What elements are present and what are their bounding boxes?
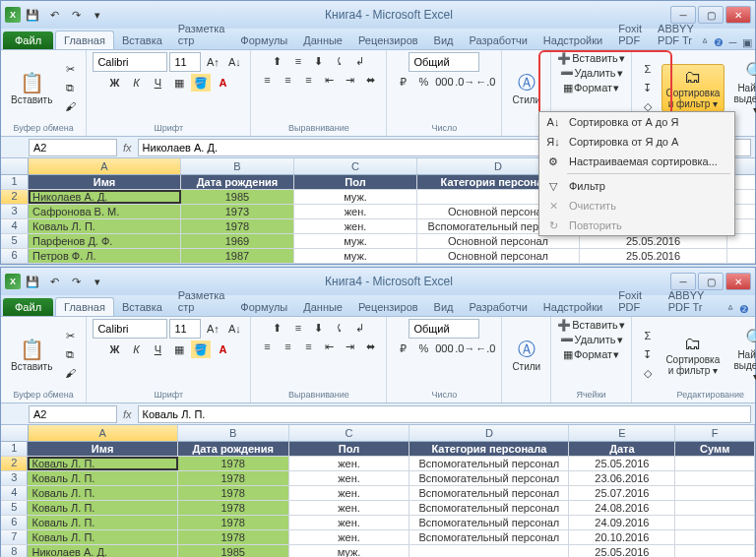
delete-cells-button[interactable]: ➖Удалить ▾ (560, 67, 623, 80)
align-middle-button[interactable]: ≡ (288, 52, 308, 70)
underline-button[interactable]: Ч (148, 74, 167, 92)
doc-restore-icon[interactable]: ▣ (742, 36, 752, 49)
cell[interactable]: 1985 (181, 190, 294, 204)
wrap-text-button[interactable]: ↲ (350, 319, 370, 337)
cell[interactable] (675, 530, 755, 544)
header-cell[interactable]: Дата рождения (181, 175, 294, 189)
cell[interactable] (675, 471, 755, 485)
help-icon[interactable]: ❷ (714, 36, 724, 49)
cut-button[interactable]: ✂ (60, 327, 80, 344)
minimize-ribbon-icon[interactable]: ᐞ (702, 36, 708, 49)
formula-bar[interactable] (138, 405, 751, 423)
save-button[interactable]: 💾 (23, 5, 42, 25)
currency-button[interactable]: ₽ (393, 340, 412, 357)
col-header-D[interactable]: D (410, 425, 569, 441)
currency-button[interactable]: ₽ (393, 73, 412, 91)
cell[interactable]: Петров Ф. Л. (29, 249, 181, 263)
sort-filter-button[interactable]: 🗂 Сортировкаи фильтр ▾ (662, 332, 724, 378)
undo-button[interactable]: ↶ (44, 5, 64, 25)
cell[interactable]: 1978 (178, 530, 289, 544)
row-header-2[interactable]: 2 (1, 190, 29, 204)
doc-minimize-icon[interactable]: ─ (729, 36, 737, 49)
undo-button[interactable]: ↶ (44, 272, 64, 291)
cell[interactable]: 1985 (178, 545, 289, 557)
cell[interactable]: 1973 (181, 205, 294, 218)
cell[interactable]: Вспомогательный персонал (410, 516, 569, 529)
tab-layout[interactable]: Разметка стр (170, 286, 233, 316)
tab-home[interactable]: Главная (55, 297, 114, 316)
tab-addins[interactable]: Надстройки (536, 298, 610, 316)
cell[interactable]: 25.05.2016 (569, 545, 675, 557)
close-button[interactable]: ✕ (725, 273, 751, 290)
tab-review[interactable]: Рецензиров (350, 31, 426, 49)
row-header-3[interactable]: 3 (1, 205, 29, 218)
decrease-indent-button[interactable]: ⇤ (319, 71, 339, 89)
cell[interactable] (675, 501, 755, 515)
align-top-button[interactable]: ⬆ (268, 52, 287, 70)
menu-custom-sort[interactable]: ⚙ Настраиваемая сортировка... (539, 152, 734, 171)
cell[interactable]: Вспомогательный персонал (410, 471, 569, 485)
cell[interactable]: 1987 (181, 249, 294, 263)
tab-formulas[interactable]: Формулы (232, 31, 295, 49)
cell[interactable]: 1978 (178, 471, 289, 485)
tab-view[interactable]: Вид (426, 298, 462, 316)
tab-developer[interactable]: Разработчи (462, 31, 536, 49)
clear-button[interactable]: ◇ (638, 364, 658, 382)
header-cell[interactable]: Имя (29, 175, 181, 189)
cut-button[interactable]: ✂ (60, 60, 80, 78)
grow-font-button[interactable]: A↑ (203, 53, 222, 71)
col-header-B[interactable]: B (181, 158, 294, 174)
find-select-button[interactable]: 🔍 Найти ивыделить ▾ (728, 59, 756, 117)
maximize-button[interactable]: ▢ (698, 6, 724, 24)
comma-button[interactable]: 000 (434, 340, 454, 357)
tab-foxit[interactable]: Foxit PDF (610, 20, 650, 49)
cell[interactable]: Николаев А. Д. (28, 545, 177, 557)
percent-button[interactable]: % (413, 73, 433, 91)
align-left-button[interactable]: ≡ (257, 71, 277, 89)
wrap-text-button[interactable]: ↲ (350, 52, 370, 70)
cell[interactable]: 23.06.2016 (569, 471, 675, 485)
styles-button[interactable]: Ⓐ Стили (508, 336, 544, 374)
sort-filter-button[interactable]: 🗂 Сортировкаи фильтр ▾ (662, 64, 724, 112)
cell[interactable]: 20.10.2016 (569, 530, 675, 544)
cell[interactable]: Парфенов Д. Ф. (29, 234, 181, 248)
cell[interactable]: Вспомогательный персонал (410, 530, 569, 544)
border-button[interactable]: ▦ (169, 340, 189, 358)
comma-button[interactable]: 000 (434, 73, 454, 91)
header-cell[interactable]: Дата (569, 442, 675, 456)
header-cell[interactable]: Категория персонала (410, 442, 569, 456)
close-button[interactable]: ✕ (725, 6, 751, 24)
header-cell[interactable]: Сумм (675, 442, 755, 456)
cell[interactable]: муж. (289, 545, 410, 557)
cell[interactable]: Сафронова В. М. (29, 205, 181, 218)
minimize-ribbon-icon[interactable]: ᐞ (727, 303, 733, 316)
col-header-C[interactable]: C (294, 158, 417, 174)
tab-review[interactable]: Рецензиров (350, 298, 426, 316)
cell[interactable]: Коваль Л. П. (28, 530, 177, 544)
orientation-button[interactable]: ⤹ (330, 319, 349, 337)
find-select-button[interactable]: 🔍 Найти ивыделить ▾ (728, 326, 756, 384)
tab-formulas[interactable]: Формулы (232, 298, 295, 316)
fx-icon[interactable]: fx (123, 408, 132, 420)
cell[interactable]: 1969 (181, 234, 294, 248)
italic-button[interactable]: К (126, 74, 146, 92)
align-center-button[interactable]: ≡ (278, 338, 297, 355)
align-bottom-button[interactable]: ⬇ (309, 319, 329, 337)
fill-color-button[interactable]: 🪣 (191, 74, 211, 92)
cell[interactable]: жен. (289, 516, 410, 529)
menu-sort-az[interactable]: A↓ Сортировка от А до Я (539, 112, 734, 132)
fill-button[interactable]: ↧ (638, 79, 658, 96)
cell[interactable]: 25.05.2016 (580, 249, 727, 263)
row-header-8[interactable]: 8 (1, 545, 28, 557)
merge-button[interactable]: ⬌ (360, 71, 380, 89)
decrease-indent-button[interactable]: ⇤ (319, 338, 339, 355)
styles-button[interactable]: Ⓐ Стили (508, 69, 544, 107)
row-header-4[interactable]: 4 (1, 486, 28, 500)
paste-button[interactable]: 📋 Вставить (7, 336, 56, 374)
font-size-select[interactable] (169, 52, 201, 72)
increase-indent-button[interactable]: ⇥ (340, 71, 359, 89)
cell[interactable]: Коваль Л. П. (28, 486, 177, 500)
tab-layout[interactable]: Разметка стр (170, 20, 233, 49)
row-header-2[interactable]: 2 (1, 457, 28, 470)
col-header-E[interactable]: E (569, 425, 675, 441)
